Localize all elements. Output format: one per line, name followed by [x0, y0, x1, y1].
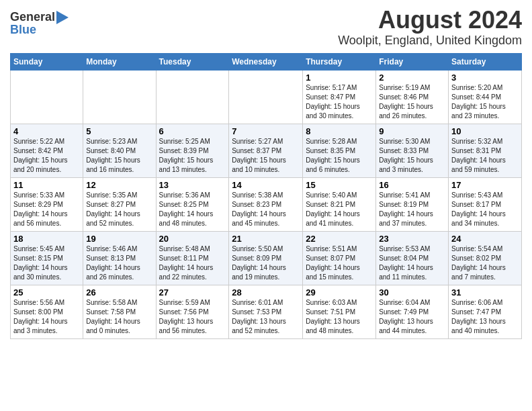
calendar-cell	[229, 70, 303, 124]
calendar-cell: 25Sunrise: 5:56 AM Sunset: 8:00 PM Dayli…	[11, 285, 83, 338]
calendar-cell: 3Sunrise: 5:20 AM Sunset: 8:44 PM Daylig…	[449, 70, 522, 124]
day-info: Sunrise: 6:01 AM Sunset: 7:53 PM Dayligh…	[232, 298, 300, 336]
day-number: 11	[13, 180, 80, 190]
day-number: 31	[451, 287, 519, 298]
day-info: Sunrise: 6:06 AM Sunset: 7:47 PM Dayligh…	[451, 298, 519, 336]
calendar-cell: 5Sunrise: 5:23 AM Sunset: 8:40 PM Daylig…	[83, 124, 156, 177]
day-number: 12	[86, 180, 152, 190]
calendar-week-row: 25Sunrise: 5:56 AM Sunset: 8:00 PM Dayli…	[11, 285, 522, 338]
day-info: Sunrise: 5:33 AM Sunset: 8:29 PM Dayligh…	[13, 191, 80, 228]
calendar-cell: 31Sunrise: 6:06 AM Sunset: 7:47 PM Dayli…	[449, 285, 522, 338]
calendar-week-row: 1Sunrise: 5:17 AM Sunset: 8:47 PM Daylig…	[11, 70, 522, 124]
logo-arrow-icon	[56, 11, 69, 24]
day-info: Sunrise: 5:58 AM Sunset: 7:58 PM Dayligh…	[86, 298, 152, 336]
day-info: Sunrise: 5:19 AM Sunset: 8:46 PM Dayligh…	[379, 83, 445, 121]
calendar-header-wednesday: Wednesday	[229, 53, 303, 70]
calendar-week-row: 4Sunrise: 5:22 AM Sunset: 8:42 PM Daylig…	[11, 124, 522, 177]
calendar-cell: 12Sunrise: 5:35 AM Sunset: 8:27 PM Dayli…	[83, 177, 156, 231]
day-info: Sunrise: 5:41 AM Sunset: 8:19 PM Dayligh…	[379, 191, 445, 228]
day-info: Sunrise: 5:54 AM Sunset: 8:02 PM Dayligh…	[451, 244, 519, 282]
day-number: 28	[232, 287, 300, 298]
calendar-cell	[156, 70, 229, 124]
day-info: Sunrise: 5:35 AM Sunset: 8:27 PM Dayligh…	[86, 191, 152, 228]
calendar-table: SundayMondayTuesdayWednesdayThursdayFrid…	[10, 53, 522, 339]
day-info: Sunrise: 5:32 AM Sunset: 8:31 PM Dayligh…	[451, 137, 519, 175]
calendar-cell: 4Sunrise: 5:22 AM Sunset: 8:42 PM Daylig…	[11, 124, 83, 177]
day-number: 8	[306, 126, 373, 136]
calendar-cell: 17Sunrise: 5:43 AM Sunset: 8:17 PM Dayli…	[449, 177, 522, 231]
day-number: 30	[379, 287, 445, 298]
calendar-cell: 14Sunrise: 5:38 AM Sunset: 8:23 PM Dayli…	[229, 177, 303, 231]
calendar-cell: 24Sunrise: 5:54 AM Sunset: 8:02 PM Dayli…	[449, 231, 522, 285]
day-number: 25	[13, 287, 80, 298]
day-info: Sunrise: 5:38 AM Sunset: 8:23 PM Dayligh…	[232, 191, 300, 228]
calendar-header-saturday: Saturday	[449, 53, 522, 70]
day-number: 23	[379, 234, 445, 244]
calendar-header-friday: Friday	[376, 53, 449, 70]
calendar-cell: 9Sunrise: 5:30 AM Sunset: 8:33 PM Daylig…	[376, 124, 449, 177]
day-number: 14	[232, 180, 300, 190]
calendar-cell: 29Sunrise: 6:03 AM Sunset: 7:51 PM Dayli…	[303, 285, 376, 338]
day-number: 15	[306, 180, 373, 190]
day-number: 9	[379, 126, 445, 136]
logo-blue-text: Blue	[10, 23, 36, 37]
day-number: 13	[159, 180, 226, 190]
day-number: 21	[232, 234, 300, 244]
calendar-cell: 11Sunrise: 5:33 AM Sunset: 8:29 PM Dayli…	[11, 177, 83, 231]
day-info: Sunrise: 5:36 AM Sunset: 8:25 PM Dayligh…	[159, 191, 226, 228]
day-number: 19	[86, 234, 152, 244]
calendar-cell: 2Sunrise: 5:19 AM Sunset: 8:46 PM Daylig…	[376, 70, 449, 124]
day-number: 27	[159, 287, 226, 298]
calendar-cell: 22Sunrise: 5:51 AM Sunset: 8:07 PM Dayli…	[303, 231, 376, 285]
calendar-cell: 23Sunrise: 5:53 AM Sunset: 8:04 PM Dayli…	[376, 231, 449, 285]
day-info: Sunrise: 5:56 AM Sunset: 8:00 PM Dayligh…	[13, 298, 80, 336]
calendar-cell: 21Sunrise: 5:50 AM Sunset: 8:09 PM Dayli…	[229, 231, 303, 285]
calendar-cell: 27Sunrise: 5:59 AM Sunset: 7:56 PM Dayli…	[156, 285, 229, 338]
calendar-cell: 7Sunrise: 5:27 AM Sunset: 8:37 PM Daylig…	[229, 124, 303, 177]
day-info: Sunrise: 5:50 AM Sunset: 8:09 PM Dayligh…	[232, 244, 300, 282]
day-number: 24	[451, 234, 519, 244]
day-number: 2	[379, 73, 445, 83]
logo: General Blue	[10, 9, 69, 37]
day-info: Sunrise: 5:46 AM Sunset: 8:13 PM Dayligh…	[86, 244, 152, 282]
day-number: 22	[306, 234, 373, 244]
calendar-cell: 1Sunrise: 5:17 AM Sunset: 8:47 PM Daylig…	[303, 70, 376, 124]
calendar-cell	[83, 70, 156, 124]
calendar-header-sunday: Sunday	[11, 53, 83, 70]
calendar-cell: 15Sunrise: 5:40 AM Sunset: 8:21 PM Dayli…	[303, 177, 376, 231]
logo-general-text: General	[10, 10, 55, 24]
day-number: 10	[451, 126, 519, 136]
day-info: Sunrise: 5:23 AM Sunset: 8:40 PM Dayligh…	[86, 137, 152, 175]
calendar-cell	[11, 70, 83, 124]
day-info: Sunrise: 5:43 AM Sunset: 8:17 PM Dayligh…	[451, 191, 519, 228]
calendar-cell: 28Sunrise: 6:01 AM Sunset: 7:53 PM Dayli…	[229, 285, 303, 338]
calendar-week-row: 11Sunrise: 5:33 AM Sunset: 8:29 PM Dayli…	[11, 177, 522, 231]
day-number: 3	[451, 73, 519, 83]
day-info: Sunrise: 6:04 AM Sunset: 7:49 PM Dayligh…	[379, 298, 445, 336]
day-number: 26	[86, 287, 152, 298]
day-number: 17	[451, 180, 519, 190]
calendar-week-row: 18Sunrise: 5:45 AM Sunset: 8:15 PM Dayli…	[11, 231, 522, 285]
day-info: Sunrise: 5:27 AM Sunset: 8:37 PM Dayligh…	[232, 137, 300, 175]
calendar-cell: 13Sunrise: 5:36 AM Sunset: 8:25 PM Dayli…	[156, 177, 229, 231]
day-info: Sunrise: 5:51 AM Sunset: 8:07 PM Dayligh…	[306, 244, 373, 282]
title-block: August 2024 Woolpit, England, United Kin…	[338, 7, 522, 48]
day-number: 29	[306, 287, 373, 298]
calendar-header-row: SundayMondayTuesdayWednesdayThursdayFrid…	[11, 53, 522, 70]
calendar-cell: 6Sunrise: 5:25 AM Sunset: 8:39 PM Daylig…	[156, 124, 229, 177]
day-number: 5	[86, 126, 152, 136]
day-info: Sunrise: 5:20 AM Sunset: 8:44 PM Dayligh…	[451, 83, 519, 121]
calendar-cell: 19Sunrise: 5:46 AM Sunset: 8:13 PM Dayli…	[83, 231, 156, 285]
day-number: 4	[13, 126, 80, 136]
calendar-cell: 20Sunrise: 5:48 AM Sunset: 8:11 PM Dayli…	[156, 231, 229, 285]
day-info: Sunrise: 5:30 AM Sunset: 8:33 PM Dayligh…	[379, 137, 445, 175]
calendar-cell: 8Sunrise: 5:28 AM Sunset: 8:35 PM Daylig…	[303, 124, 376, 177]
day-info: Sunrise: 5:22 AM Sunset: 8:42 PM Dayligh…	[13, 137, 80, 175]
calendar-cell: 26Sunrise: 5:58 AM Sunset: 7:58 PM Dayli…	[83, 285, 156, 338]
calendar-cell: 18Sunrise: 5:45 AM Sunset: 8:15 PM Dayli…	[11, 231, 83, 285]
page-title: August 2024	[338, 7, 522, 34]
page-header: General Blue August 2024 Woolpit, Englan…	[10, 7, 522, 48]
day-number: 18	[13, 234, 80, 244]
calendar-cell: 10Sunrise: 5:32 AM Sunset: 8:31 PM Dayli…	[449, 124, 522, 177]
day-info: Sunrise: 5:59 AM Sunset: 7:56 PM Dayligh…	[159, 298, 226, 336]
